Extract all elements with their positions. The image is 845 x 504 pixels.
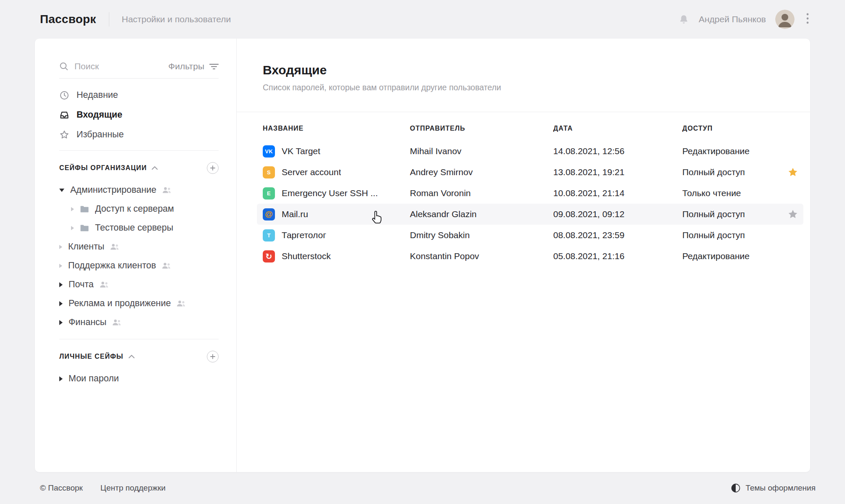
main-panel: Входящие Список паролей, которые вам отп… (237, 39, 810, 472)
server-account-icon: S (263, 166, 275, 178)
clock-icon (59, 90, 69, 100)
theme-icon (731, 483, 740, 493)
record-name: Server account (282, 167, 341, 177)
user-name[interactable]: Андрей Пьянков (699, 14, 766, 24)
nav-label: Недавние (77, 90, 118, 100)
record-access: Полный доступ (682, 167, 787, 177)
sidebar: Фильтры Недавние Входящие (35, 39, 237, 472)
favorite-star-icon[interactable] (787, 167, 798, 178)
search-icon (59, 62, 69, 71)
record-sender: Roman Voronin (410, 188, 553, 198)
bell-icon[interactable] (678, 14, 689, 25)
record-name: Emergency User SSH ... (282, 188, 378, 198)
safe-item-clients[interactable]: Клиенты (59, 237, 219, 256)
nav-label: Входящие (77, 110, 122, 120)
favorite-star-icon[interactable] (787, 209, 798, 220)
record-date: 05.08.2021, 21:16 (553, 251, 682, 261)
filters-label: Фильтры (168, 61, 204, 71)
sidebar-item-favorites[interactable]: Избранные (59, 125, 219, 144)
people-icon (112, 319, 121, 326)
nav-label: Избранные (77, 129, 124, 140)
avatar[interactable] (775, 10, 795, 29)
support-center-link[interactable]: Центр поддержки (100, 483, 166, 493)
safe-item-my-passwords[interactable]: Мои пароли (59, 369, 219, 388)
table-row[interactable]: T Таргетолог Dmitry Sobakin 08.08.2021, … (257, 225, 803, 246)
settings-users-link[interactable]: Настройки и пользователи (122, 14, 231, 24)
org-safes-tree: Администрирование Доступ к серверам Тест… (59, 181, 219, 332)
triangle-collapsed-icon[interactable] (59, 301, 63, 306)
triangle-expanded-icon[interactable] (59, 189, 64, 192)
record-sender: Aleksandr Glazin (410, 209, 553, 219)
chevron-up-icon[interactable] (152, 166, 158, 170)
triangle-collapsed-icon[interactable] (59, 282, 63, 287)
vk-target-icon: VK (263, 145, 275, 158)
table-row[interactable]: VK VK Target Mihail Ivanov 14.08.2021, 1… (257, 141, 803, 162)
safe-item-mail[interactable]: Почта (59, 275, 219, 294)
header-divider (237, 112, 810, 112)
personal-safes-title: ЛИЧНЫЕ СЕЙФЫ (59, 353, 124, 360)
safe-item-finance[interactable]: Финансы (59, 313, 219, 332)
record-date: 13.08.2021, 19:21 (553, 167, 682, 177)
record-sender: Andrey Smirnov (410, 167, 553, 177)
folder-item-test-servers[interactable]: Тестовые серверы (59, 218, 219, 237)
mailru-icon: @ (263, 208, 275, 220)
page-title: Входящие (263, 63, 784, 77)
personal-safes-tree: Мои пароли (59, 369, 219, 388)
col-header-date: ДАТА (553, 125, 682, 132)
search-input[interactable] (74, 61, 137, 71)
chevron-up-icon[interactable] (129, 355, 135, 358)
footer-copyright: © Пассворк (40, 483, 83, 493)
table-row[interactable]: @ Mail.ru Aleksandr Glazin 09.08.2021, 0… (257, 204, 803, 225)
table-row[interactable]: ↻ Shutterstock Konstantin Popov 05.08.20… (257, 246, 803, 267)
page-subtitle: Список паролей, которые вам отправили др… (263, 82, 784, 92)
themes-link[interactable]: Темы оформления (731, 483, 816, 493)
add-org-safe-button[interactable] (207, 162, 219, 174)
filters-button[interactable]: Фильтры (168, 61, 219, 71)
folder-icon (80, 224, 89, 232)
triangle-collapsed-icon[interactable] (59, 376, 63, 381)
top-bar: Пассворк Настройки и пользователи Андрей… (0, 0, 845, 39)
record-sender: Dmitry Sobakin (410, 230, 553, 240)
table-body: VK VK Target Mihail Ivanov 14.08.2021, 1… (237, 141, 810, 267)
safe-item-advertising[interactable]: Реклама и продвижение (59, 294, 219, 313)
people-icon (110, 244, 119, 250)
star-icon (59, 130, 69, 140)
table-header-row: НАЗВАНИЕ ОТПРАВИТЕЛЬ ДАТА ДОСТУП (257, 124, 803, 133)
shutterstock-icon: ↻ (263, 250, 275, 262)
triangle-collapsed-icon[interactable] (59, 264, 62, 268)
record-sender: Konstantin Popov (410, 251, 553, 261)
record-access: Только чтение (682, 188, 787, 198)
org-safes-header: СЕЙФЫ ОРГАНИЗАЦИИ (59, 162, 219, 174)
record-name: VK Target (282, 146, 320, 156)
folder-icon (80, 205, 89, 213)
col-header-access: ДОСТУП (682, 125, 787, 132)
app-logo[interactable]: Пассворк (40, 13, 96, 26)
people-icon (162, 262, 171, 269)
sidebar-item-inbox[interactable]: Входящие (59, 105, 219, 125)
safe-item-administration[interactable]: Администрирование (59, 181, 219, 200)
table-row[interactable]: S Server account Andrey Smirnov 13.08.20… (257, 162, 803, 183)
col-header-sender: ОТПРАВИТЕЛЬ (410, 125, 553, 132)
workspace-card: Фильтры Недавние Входящие (35, 39, 810, 472)
folder-item-server-access[interactable]: Доступ к серверам (59, 200, 219, 218)
org-safes-title: СЕЙФЫ ОРГАНИЗАЦИИ (59, 164, 147, 172)
triangle-collapsed-icon[interactable] (71, 207, 74, 211)
add-personal-safe-button[interactable] (207, 351, 219, 362)
sidebar-item-recent[interactable]: Недавние (59, 85, 219, 105)
triangle-collapsed-icon[interactable] (59, 245, 62, 249)
triangle-collapsed-icon[interactable] (71, 226, 74, 230)
record-access: Полный доступ (682, 230, 787, 240)
kebab-menu-icon[interactable] (804, 11, 811, 27)
table-row[interactable]: E Emergency User SSH ... Roman Voronin 1… (257, 183, 803, 204)
triangle-collapsed-icon[interactable] (59, 320, 63, 325)
col-header-name: НАЗВАНИЕ (263, 125, 304, 132)
safe-item-client-support[interactable]: Поддержка клиентов (59, 256, 219, 275)
sidebar-divider (59, 339, 219, 339)
record-date: 10.08.2021, 21:14 (553, 188, 682, 198)
inbox-icon (59, 110, 69, 120)
record-date: 08.08.2021, 23:59 (553, 230, 682, 240)
footer: © Пассворк Центр поддержки Темы оформлен… (0, 472, 845, 504)
record-access: Полный доступ (682, 209, 787, 219)
record-access: Редактирование (682, 146, 787, 156)
record-sender: Mihail Ivanov (410, 146, 553, 156)
